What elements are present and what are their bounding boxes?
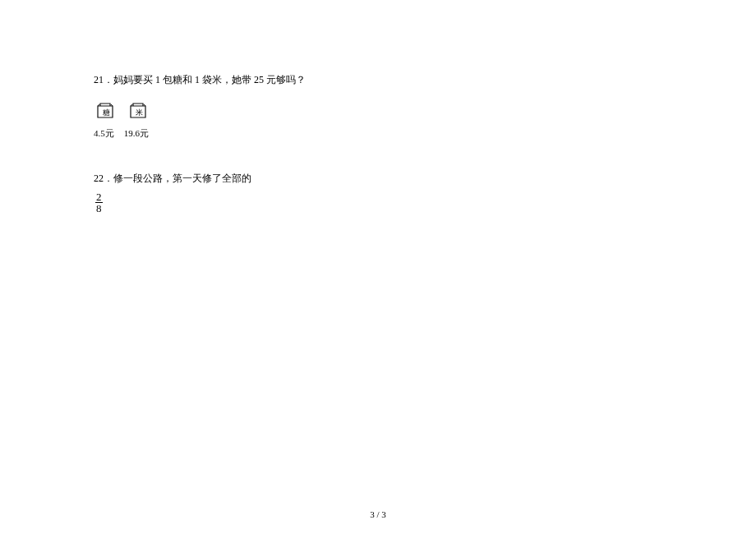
page-number: 3 / 3 xyxy=(370,509,386,519)
q22-body: 修一段公路，第一天修了全部的 xyxy=(113,173,251,184)
rice-bag: 米 xyxy=(128,101,148,124)
sugar-label: 糖 xyxy=(103,108,110,118)
question-22: 22．修一段公路，第一天修了全部的 2 8 xyxy=(94,171,664,214)
sugar-price: 4.5元 xyxy=(94,127,114,140)
q22-number: 22． xyxy=(94,173,113,184)
item-rice: 米 xyxy=(128,101,148,124)
fraction-2-8: 2 8 xyxy=(95,191,103,214)
item-sugar: 糖 xyxy=(95,101,115,124)
rice-price: 19.6元 xyxy=(124,127,149,140)
fraction-denominator: 8 xyxy=(95,203,103,214)
sugar-bag: 糖 xyxy=(95,101,115,124)
question-22-text: 22．修一段公路，第一天修了全部的 xyxy=(94,171,664,186)
page-footer: 3 / 3 xyxy=(0,509,756,519)
rice-label: 米 xyxy=(136,108,143,118)
question-21-text: 21．妈妈要买 1 包糖和 1 袋米，她带 25 元够吗？ xyxy=(94,72,664,88)
q21-body: 妈妈要买 1 包糖和 1 袋米，她带 25 元够吗？ xyxy=(113,74,306,85)
prices-row: 4.5元 19.6元 xyxy=(94,127,664,140)
fraction-numerator: 2 xyxy=(95,191,103,203)
items-row: 糖 米 xyxy=(95,101,664,124)
q21-number: 21． xyxy=(94,74,113,85)
page-content: 21．妈妈要买 1 包糖和 1 袋米，她带 25 元够吗？ 糖 xyxy=(0,0,756,214)
question-21: 21．妈妈要买 1 包糖和 1 袋米，她带 25 元够吗？ 糖 xyxy=(94,72,664,140)
